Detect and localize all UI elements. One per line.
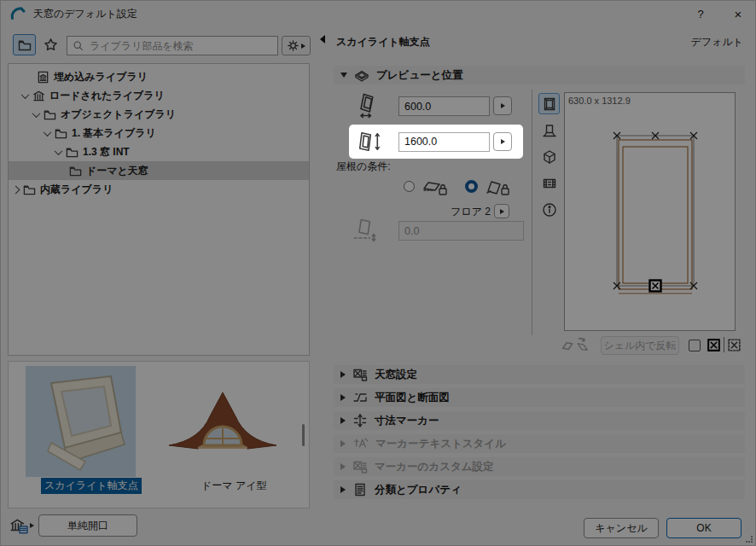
folder-icon — [66, 146, 79, 159]
mirror-in-shell-button: シェル内で反転 — [601, 336, 679, 355]
expand-triangle-icon[interactable] — [340, 394, 346, 401]
section-classification-properties[interactable]: 分類とプロパティ — [334, 480, 745, 499]
skylight-settings-icon — [352, 367, 368, 382]
simple-opening-button[interactable]: 単純開口 — [38, 514, 137, 537]
tree-item-object-library[interactable]: オブジェクトライブラリ — [9, 105, 309, 124]
preview-elevation-view-button[interactable] — [538, 119, 560, 141]
chevron-down-icon[interactable] — [44, 128, 52, 136]
thumbnail-label-skylight[interactable]: スカイライト軸支点 — [41, 478, 142, 494]
folder-icon — [55, 127, 67, 140]
section-skylight-settings[interactable]: 天窓設定 — [334, 365, 745, 384]
plan-section-icon — [352, 390, 368, 405]
width-input[interactable] — [398, 96, 490, 116]
floor-label: フロア 2 — [398, 205, 491, 219]
preview-3d-view-button[interactable] — [538, 146, 560, 167]
thumbnail-dormer[interactable] — [166, 386, 280, 452]
title-bar[interactable]: 天窓のデフォルト設定 ? × — [1, 1, 756, 26]
thumbnail-label-dormer[interactable]: ドーマ アイ型 — [198, 478, 270, 494]
height-input[interactable] — [398, 132, 490, 152]
dormer-thumbnail-image — [166, 386, 280, 452]
hotspot-dashed-toggle-icon[interactable] — [727, 338, 741, 352]
thumbnail-scrollbar[interactable] — [302, 424, 305, 446]
expand-triangle-icon[interactable] — [340, 371, 346, 378]
ok-button[interactable]: OK — [666, 518, 741, 538]
library-search-box[interactable] — [67, 36, 278, 55]
loaded-libraries-icon — [32, 90, 45, 102]
flyout-arrow-icon — [500, 209, 504, 214]
elevation-view-icon — [542, 123, 557, 138]
preview-info-button[interactable] — [538, 199, 560, 220]
favorites-button[interactable] — [39, 34, 62, 55]
marker-custom-icon — [352, 459, 368, 474]
tree-item-windows-int[interactable]: 1.3 窓 INT — [9, 142, 309, 161]
section-marker-text-style: マーカーテキストスタイル — [334, 434, 745, 453]
film-icon — [542, 176, 557, 191]
folder-view-button[interactable] — [13, 34, 36, 55]
preview-movie-button[interactable] — [538, 172, 560, 194]
preview-plan-view-button[interactable] — [538, 93, 560, 114]
skylight-thumbnail-image — [26, 366, 136, 477]
divider — [724, 337, 724, 352]
library-tree: 埋め込みライブラリ ロードされたライブラリ オブジェクトライブラリ 1. 基本ラ… — [8, 63, 310, 356]
roof-angle-fixed-radio[interactable] — [404, 181, 415, 192]
help-button[interactable]: ? — [682, 1, 719, 26]
gear-icon — [287, 39, 299, 52]
cancel-button[interactable]: キャンセル — [584, 518, 659, 538]
hotspot-solid-toggle-icon[interactable] — [707, 338, 721, 352]
section-dimension-marker[interactable]: 寸法マーカー — [334, 411, 745, 430]
preview-canvas[interactable]: 630.0 x 1312.9 — [564, 92, 736, 331]
document-icon — [352, 482, 368, 497]
section-preview-position[interactable]: プレビューと位置 — [334, 66, 745, 84]
library-manager-button[interactable] — [9, 514, 37, 537]
embedded-library-icon — [37, 71, 49, 84]
roof-angle-fixed-icon — [422, 177, 448, 196]
flyout-arrow-icon — [301, 44, 305, 49]
chevron-right-icon[interactable] — [12, 185, 20, 194]
chevron-down-icon[interactable] — [21, 90, 30, 99]
expand-triangle-icon[interactable] — [340, 417, 346, 424]
hotspot-none-toggle[interactable] — [689, 340, 701, 351]
floor-flyout-button[interactable] — [494, 204, 509, 218]
selected-part-title: スカイライト軸支点 — [336, 35, 430, 49]
plan-view-icon — [542, 96, 557, 112]
close-button[interactable]: × — [719, 1, 756, 26]
dimension-marker-icon — [352, 413, 368, 428]
collapse-panel-icon[interactable] — [320, 35, 325, 44]
chevron-down-icon[interactable] — [32, 109, 41, 118]
tree-item-builtin-library[interactable]: 内蔵ライブラリ — [9, 180, 309, 199]
expand-triangle-icon — [340, 463, 346, 470]
collapse-triangle-icon[interactable] — [340, 73, 347, 78]
tree-item-embedded-library[interactable]: 埋め込みライブラリ — [9, 67, 309, 86]
expand-triangle-icon[interactable] — [340, 486, 346, 493]
tree-item-loaded-libraries[interactable]: ロードされたライブラリ — [9, 86, 309, 105]
search-settings-button[interactable] — [282, 36, 311, 55]
app-logo-icon — [9, 5, 26, 22]
chevron-down-icon[interactable] — [55, 147, 63, 155]
folder-icon — [18, 38, 32, 52]
folder-icon — [23, 183, 36, 196]
section-plan-section-view[interactable]: 平面図と断面図 — [334, 388, 745, 407]
height-flyout-button[interactable] — [493, 132, 512, 151]
resize-grip[interactable] — [746, 536, 753, 543]
tree-item-basic-library[interactable]: 1. 基本ライブラリ — [9, 124, 309, 142]
library-part-list: スカイライト軸支点 ドーマ アイ型 — [8, 361, 310, 508]
info-icon — [542, 202, 557, 218]
skylight-plan-drawing — [565, 93, 735, 330]
text-style-icon — [352, 436, 369, 451]
skylight-width-icon — [354, 91, 381, 119]
roof-angle-relative-radio[interactable] — [465, 180, 478, 193]
skylight-elevation-icon — [352, 218, 381, 243]
search-input[interactable] — [88, 39, 272, 53]
folder-icon — [69, 165, 82, 177]
thumbnail-skylight[interactable] — [26, 366, 136, 477]
elevation-input — [398, 221, 524, 241]
search-icon — [73, 40, 84, 51]
tree-item-dormers-skylights[interactable]: ドーマと天窓 — [9, 161, 309, 180]
cube-3d-icon — [542, 149, 557, 165]
width-flyout-button[interactable] — [493, 96, 512, 115]
mirror-icon — [561, 336, 590, 355]
section-marker-custom-settings: マーカーのカスタム設定 — [334, 457, 745, 476]
window-title: 天窓のデフォルト設定 — [33, 7, 137, 21]
preview-position-icon — [354, 67, 369, 83]
preview-dimensions: 630.0 x 1312.9 — [568, 96, 631, 106]
